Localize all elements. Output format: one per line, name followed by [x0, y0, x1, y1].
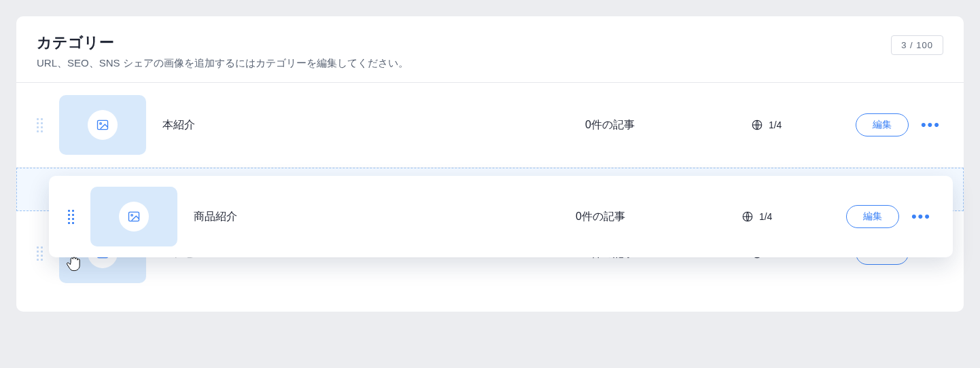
svg-point-1	[100, 123, 102, 125]
thumbnail-circle	[119, 202, 149, 232]
drag-handle-icon[interactable]	[68, 210, 74, 224]
article-count: 0件の記事	[576, 210, 725, 224]
category-row: 本紹介 0件の記事 1/4 編集 •••	[16, 83, 964, 168]
category-count-badge: 3 / 100	[891, 35, 943, 55]
category-row-dragging[interactable]: 商品紹介 0件の記事 1/4 編集 •••	[49, 176, 953, 257]
row-actions: 編集 •••	[846, 205, 934, 228]
edit-button[interactable]: 編集	[856, 113, 909, 136]
header-text: カテゴリー URL、SEO、SNS シェアの画像を追加するにはカテゴリーを編集し…	[37, 33, 408, 70]
category-name: 商品紹介	[194, 210, 559, 224]
svg-point-7	[131, 215, 133, 217]
category-rows: 本紹介 0件の記事 1/4 編集 •••	[16, 83, 964, 295]
panel-subtitle: URL、SEO、SNS シェアの画像を追加するにはカテゴリーを編集してください。	[37, 57, 408, 70]
language-count-text: 1/4	[769, 119, 782, 130]
svg-rect-0	[98, 120, 108, 129]
categories-panel: カテゴリー URL、SEO、SNS シェアの画像を追加するにはカテゴリーを編集し…	[16, 16, 964, 312]
image-icon	[127, 210, 141, 223]
thumbnail-circle	[88, 110, 118, 140]
article-count: 0件の記事	[585, 118, 735, 132]
svg-rect-6	[129, 212, 139, 221]
globe-icon	[741, 210, 754, 223]
panel-header: カテゴリー URL、SEO、SNS シェアの画像を追加するにはカテゴリーを編集し…	[16, 16, 964, 83]
drag-handle-icon[interactable]	[37, 118, 43, 132]
panel-bottom-spacer	[16, 295, 964, 312]
row-actions: 編集 •••	[856, 113, 943, 136]
language-count[interactable]: 1/4	[741, 210, 830, 223]
category-name: 本紹介	[162, 118, 569, 132]
more-options-button[interactable]: •••	[918, 115, 943, 135]
more-options-button[interactable]: •••	[909, 206, 934, 227]
language-count[interactable]: 1/4	[751, 119, 839, 131]
panel-title: カテゴリー	[37, 33, 408, 53]
globe-icon	[751, 119, 763, 131]
drag-overlay-area: レシピ 0件の記事 1/4 編集 •••	[16, 211, 964, 295]
category-thumbnail[interactable]	[90, 187, 177, 246]
grab-cursor-icon	[65, 255, 83, 272]
image-icon	[96, 118, 109, 132]
edit-button[interactable]: 編集	[846, 205, 899, 228]
language-count-text: 1/4	[759, 211, 772, 222]
category-thumbnail[interactable]	[59, 95, 146, 155]
drag-handle-icon[interactable]	[37, 246, 43, 261]
